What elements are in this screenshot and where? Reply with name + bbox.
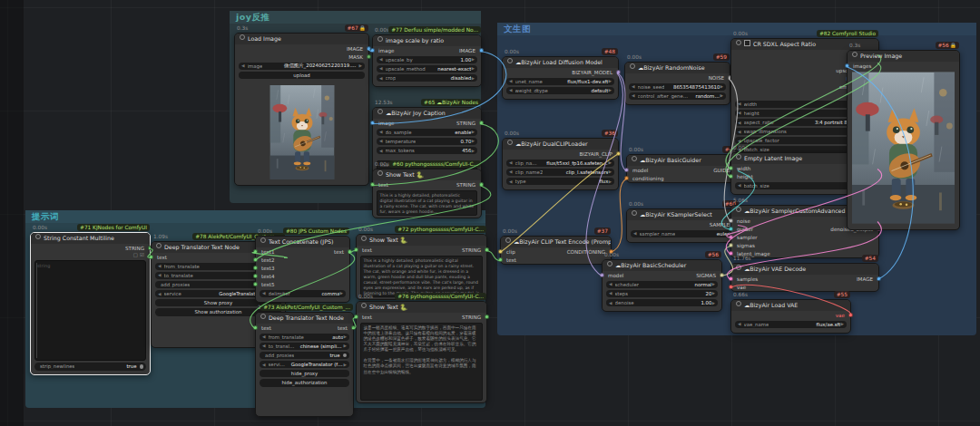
delimiter-widget[interactable]: ◀delimitercomma▶ <box>260 290 346 298</box>
node-basic-guider[interactable]: 0.00s#47☁BizyAir BasicGuidermodelGUIDERc… <box>626 154 740 183</box>
group-title-joy[interactable]: joy反推 <box>230 11 481 24</box>
node-ksampler-select[interactable]: 0.00s#60☁BizyAir KSamplerSelectSAMPLER◀s… <box>626 208 740 243</box>
decrement-arrow[interactable]: ◀ <box>509 160 513 165</box>
upscale_by-widget[interactable]: ◀upscale_by1.00▶ <box>377 56 477 64</box>
decrement-arrow[interactable]: ◀ <box>632 84 635 89</box>
BIZYAIR_CLIP-output-slot[interactable] <box>616 151 621 156</box>
increment-arrow[interactable]: ▶ <box>471 130 475 134</box>
text-input-slot[interactable] <box>498 257 503 262</box>
decrement-arrow[interactable]: ◀ <box>158 292 162 296</box>
upscale_method-widget[interactable]: ◀upscale_methodnearest-exact▶ <box>377 65 477 73</box>
add_proxies-toggle[interactable]: add_proxiestrue <box>260 352 349 360</box>
noise_seed-widget[interactable]: ◀noise_seed865354875413610▶ <box>629 83 726 92</box>
STRING-output-slot[interactable] <box>479 182 484 187</box>
collapse-icon[interactable] <box>260 314 266 319</box>
text4-input-slot[interactable] <box>253 274 258 278</box>
node-image-scale[interactable]: 0.00s#77 Derfuu simple/modded No...image… <box>372 34 482 87</box>
clip_name2-widget[interactable]: ◀clip_name2clip_l.safetensors▶ <box>506 169 614 177</box>
collapse-icon[interactable] <box>736 265 741 270</box>
increment-arrow[interactable]: ▶ <box>608 169 612 174</box>
decrement-arrow[interactable]: ◀ <box>379 66 383 71</box>
collapse-icon[interactable] <box>240 34 245 40</box>
type-widget[interactable]: ◀typeflux▶ <box>506 178 614 186</box>
decrement-arrow[interactable]: ◀ <box>379 76 383 81</box>
increment-arrow[interactable]: ▶ <box>608 160 612 165</box>
hide-proxy-button[interactable]: hide_proxy <box>260 370 349 378</box>
decrement-arrow[interactable]: ◀ <box>509 169 513 174</box>
collapse-icon[interactable] <box>505 237 511 243</box>
node-title[interactable]: ☁BizyAir DualCLIPLoader <box>503 139 618 150</box>
collapse-icon[interactable] <box>507 140 513 145</box>
collapse-icon[interactable] <box>260 237 266 243</box>
increment-arrow[interactable]: ▶ <box>840 322 844 326</box>
decrement-arrow[interactable]: ◀ <box>609 301 612 305</box>
node-title[interactable]: Preview Image <box>848 51 959 62</box>
text5-input-slot[interactable] <box>253 282 258 286</box>
increment-arrow[interactable]: ▶ <box>471 66 475 71</box>
increment-arrow[interactable]: ▶ <box>471 57 475 62</box>
increment-arrow[interactable]: ▶ <box>608 179 612 184</box>
service-widget[interactable]: ◀serviceGoogleTranslator (free)▶ <box>260 361 349 369</box>
sigmas-input-slot[interactable] <box>729 243 733 247</box>
decrement-arrow[interactable]: ◀ <box>738 139 741 143</box>
increment-arrow[interactable]: ▶ <box>343 344 347 348</box>
node-title[interactable]: ☁BizyAir BasicScheduler <box>603 260 721 271</box>
node-vae-decode[interactable]: 11.76s#54☁BizyAir VAE DecodesamplesIMAGE… <box>730 263 879 292</box>
node-basic-scheduler[interactable]: 0.00s#56☁BizyAir BasicSchedulermodelSIGM… <box>602 259 722 312</box>
decrement-arrow[interactable]: ◀ <box>738 130 741 134</box>
STRING-output-slot[interactable] <box>485 315 489 319</box>
collapse-icon[interactable] <box>377 36 383 42</box>
decrement-arrow[interactable]: ◀ <box>738 322 741 326</box>
image-input-slot[interactable] <box>370 48 375 53</box>
increment-arrow[interactable]: ▶ <box>471 76 475 81</box>
decrement-arrow[interactable]: ◀ <box>633 231 637 236</box>
collapse-icon[interactable] <box>377 170 383 176</box>
node-title[interactable]: ☁BizyAir VAE Decode <box>731 264 878 275</box>
node-show-text-76[interactable]: 0.00s#76 pythongosssss/ComfyUI-C...Show … <box>356 301 487 403</box>
SIGMAS-output-slot[interactable] <box>720 273 724 277</box>
decrement-arrow[interactable]: ◀ <box>262 334 266 339</box>
sampler-input-slot[interactable] <box>729 235 733 239</box>
node-title[interactable]: Load Image <box>235 34 368 44</box>
do_sample-widget[interactable]: ◀do_sampleenable▶ <box>377 129 477 137</box>
decrement-arrow[interactable]: ◀ <box>241 63 245 68</box>
node-title[interactable]: String Constant Multiline <box>31 233 150 244</box>
control_after_generate-widget[interactable]: ◀control_after_generaterandomize▶ <box>629 92 726 101</box>
node-title[interactable]: ☁BizyAir Load VAE <box>731 300 850 311</box>
strip_newlines-toggle[interactable]: strip_newlinestrue <box>34 363 146 371</box>
decrement-arrow[interactable]: ◀ <box>379 57 383 62</box>
collapse-icon[interactable] <box>156 243 162 248</box>
STRING-output-slot[interactable] <box>479 121 484 125</box>
node-title[interactable]: ☁BizyAir BasicGuider <box>627 155 739 166</box>
clip-input-slot[interactable] <box>498 249 503 254</box>
toggle-knob[interactable] <box>343 353 348 358</box>
increment-arrow[interactable]: ▶ <box>471 139 475 143</box>
samples-input-slot[interactable] <box>729 276 733 281</box>
node-title[interactable]: ☁BizyAir Joy Caption <box>373 108 481 119</box>
node-title[interactable]: ☁BizyAir Load Diffusion Model <box>503 57 618 68</box>
decrement-arrow[interactable]: ◀ <box>262 344 266 348</box>
node-title[interactable]: Show Text 🐍 <box>373 169 481 180</box>
pin-icon[interactable]: ▢ <box>133 253 138 258</box>
decrement-arrow[interactable]: ◀ <box>509 79 513 83</box>
collapse-icon[interactable] <box>736 154 741 160</box>
collapse-icon[interactable] <box>632 156 637 161</box>
decrement-arrow[interactable]: ◀ <box>379 130 383 134</box>
decrement-arrow[interactable]: ◀ <box>158 273 162 277</box>
node-load-image[interactable]: 0.3s#67🔒Load ImageIMAGEMASK◀image微信图片_20… <box>234 33 369 186</box>
text-input-slot[interactable] <box>149 255 153 259</box>
noise-input-slot[interactable] <box>729 218 733 223</box>
node-title[interactable]: ☁BizyAir CLIP Text Encode (Prompt) <box>501 237 611 247</box>
clip_name1-widget[interactable]: ◀clip_name1flux/t5xxl_fp16.safetensors▶ <box>506 160 614 168</box>
collapse-icon[interactable] <box>736 40 741 45</box>
text-input-slot[interactable] <box>354 247 358 252</box>
increment-arrow[interactable]: ▶ <box>608 79 612 83</box>
node-graph-canvas[interactable]: joy反推 文生图 提示词 0.3s#67🔒Load ImageIMAGEMAS… <box>0 0 980 426</box>
node-dual-clip[interactable]: 0.00s#36☁BizyAir DualCLIPLoaderBIZYAIR_C… <box>502 138 619 190</box>
model-input-slot[interactable] <box>624 168 629 172</box>
node-clip-text-encode[interactable]: 0.00s#37☁BizyAir CLIP Text Encode (Promp… <box>500 236 612 265</box>
node-title[interactable]: Show Text 🐍 <box>357 235 486 246</box>
node-translator-73[interactable]: 2.18s#73 AlekPet/ComfyUI_Custom_...Deep … <box>255 312 354 417</box>
weight_dtype-widget[interactable]: ◀weight_dtypedefault▶ <box>506 87 614 95</box>
collapse-icon[interactable] <box>35 234 41 239</box>
